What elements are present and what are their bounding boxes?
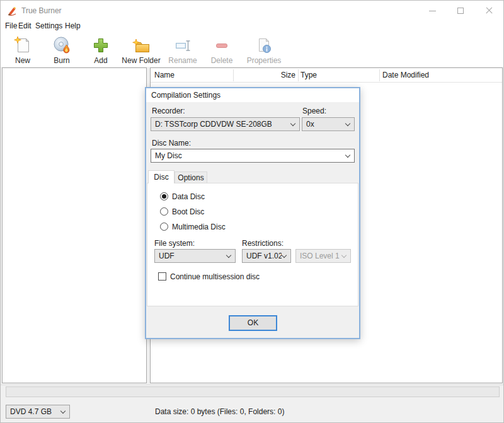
burn-disc-icon (52, 35, 72, 55)
toolbar-label: New (15, 56, 30, 65)
close-icon[interactable] (479, 1, 500, 20)
title-bar: True Burner (1, 1, 503, 21)
rename-textbox-icon (173, 35, 193, 55)
recorder-label: Recorder: (152, 107, 185, 115)
checkbox-icon (158, 272, 166, 281)
menu-help[interactable]: Help (65, 21, 81, 30)
toolbar-label: New Folder (122, 56, 160, 65)
radio-boot-disc[interactable]: Boot Disc (156, 207, 204, 216)
column-header-name[interactable]: Name (154, 68, 175, 83)
speed-select[interactable]: 0x (302, 117, 355, 131)
properties-button: Properties (241, 35, 287, 67)
disc-name-label: Disc Name: (152, 139, 191, 148)
chevron-down-icon (341, 253, 346, 258)
recorder-select[interactable]: D: TSSTcorp CDDVDW SE-208GB (151, 117, 300, 131)
iso-level-select: ISO Level 1 (295, 249, 351, 263)
list-header: Name Size Type Date Modified (151, 68, 502, 83)
properties-info-icon (254, 35, 274, 55)
minimize-icon[interactable] (423, 1, 443, 20)
radio-multimedia-disc[interactable]: Multimedia Disc (156, 222, 226, 231)
menu-settings[interactable]: Settings (35, 21, 62, 30)
column-header-type[interactable]: Type (301, 68, 317, 83)
compilation-settings-dialog: Compilation Settings Recorder: D: TSSTco… (145, 87, 360, 339)
column-divider[interactable] (379, 69, 380, 81)
speed-label: Speed: (302, 107, 326, 115)
menu-file[interactable]: File (5, 21, 17, 30)
chevron-down-icon (226, 253, 231, 258)
disc-name-input[interactable]: My Disc (151, 149, 355, 163)
add-plus-icon (91, 35, 111, 55)
burn-button[interactable]: Burn (42, 35, 81, 67)
toolbar-label: Rename (168, 56, 197, 65)
chevron-down-icon (290, 121, 295, 126)
menu-bar: File Edit Settings Help (1, 21, 503, 32)
restrictions-select[interactable]: UDF v1.02 (242, 249, 291, 263)
ok-button[interactable]: OK (229, 315, 277, 331)
data-size-status: Data size: 0 bytes (Files: 0, Folders: 0… (155, 407, 284, 416)
capacity-progress-bar (6, 386, 500, 397)
window-title: True Burner (21, 6, 62, 15)
multisession-checkbox[interactable]: Continue multisession disc (154, 272, 260, 281)
delete-minus-icon (212, 35, 232, 55)
disc-tab-page: Data Disc Boot Disc Multimedia Disc File… (147, 183, 358, 306)
compilation-tree-panel[interactable] (2, 67, 147, 383)
maximize-icon[interactable] (451, 1, 471, 20)
dialog-title-bar[interactable]: Compilation Settings (146, 88, 359, 102)
column-header-size[interactable]: Size (233, 68, 295, 83)
rename-button: Rename (163, 35, 202, 67)
new-button[interactable]: New (3, 35, 42, 67)
column-header-date-modified[interactable]: Date Modified (382, 68, 429, 83)
disc-capacity-select[interactable]: DVD 4.7 GB (6, 405, 70, 419)
new-folder-icon (131, 35, 151, 55)
radio-button-icon (160, 223, 168, 231)
chevron-down-icon (345, 153, 350, 158)
toolbar-label: Add (94, 56, 107, 65)
toolbar-label: Burn (54, 56, 69, 65)
column-divider[interactable] (298, 69, 299, 81)
new-folder-button[interactable]: New Folder (119, 35, 163, 67)
column-divider[interactable] (233, 69, 234, 81)
new-document-icon (13, 35, 33, 55)
app-logo-icon (7, 6, 17, 16)
chevron-down-icon (345, 121, 350, 126)
dialog-title: Compilation Settings (151, 91, 220, 100)
app-window: True Burner File Edit Settings Help New (0, 0, 504, 423)
radio-button-icon (160, 192, 168, 200)
radio-data-disc[interactable]: Data Disc (156, 192, 205, 201)
restrictions-label: Restrictions: (242, 239, 284, 248)
tab-disc[interactable]: Disc (148, 170, 175, 183)
toolbar: New Burn (1, 32, 503, 67)
toolbar-label: Properties (247, 56, 282, 65)
menu-edit[interactable]: Edit (18, 21, 32, 30)
delete-button: Delete (202, 35, 241, 67)
file-system-label: File system: (154, 239, 195, 248)
chevron-down-icon (60, 409, 66, 414)
add-button[interactable]: Add (81, 35, 120, 67)
file-system-select[interactable]: UDF (154, 249, 236, 263)
radio-button-icon (160, 207, 168, 216)
toolbar-label: Delete (211, 56, 233, 65)
tab-options[interactable]: Options (175, 171, 207, 183)
chevron-down-icon (282, 253, 287, 258)
